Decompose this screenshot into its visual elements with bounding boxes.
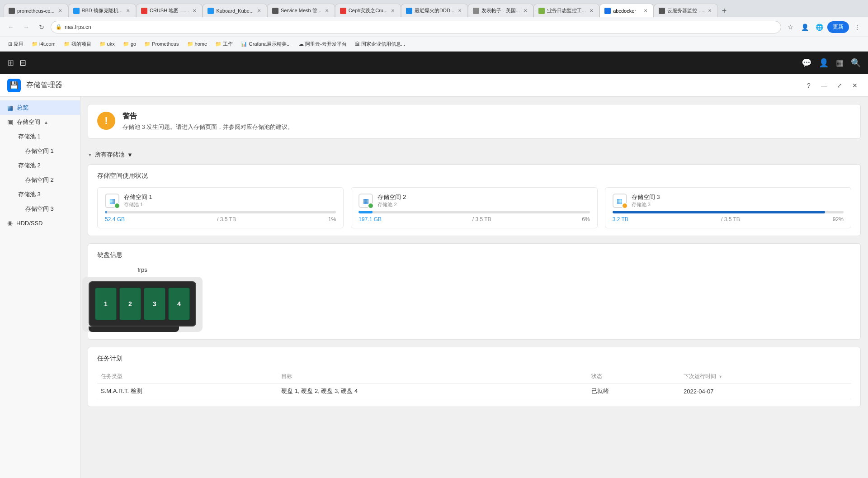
- tab-4[interactable]: Kuboard_Kube... ✕: [203, 4, 267, 17]
- tab-close-8[interactable]: ✕: [522, 8, 528, 14]
- new-tab-button[interactable]: +: [718, 5, 731, 17]
- bookmark-credit[interactable]: 🏛 国家企业信用信息...: [351, 39, 409, 49]
- disk-slot-1[interactable]: 1: [95, 288, 117, 320]
- sidebar-item-space2[interactable]: 存储空间 2: [0, 173, 80, 187]
- progress-bar-2: [359, 211, 590, 213]
- bookmark-home[interactable]: 📁 home: [184, 40, 211, 48]
- alert-message: 存储池 3 发生问题。请进入存储页面，并参阅对应存储池的建议。: [123, 123, 293, 131]
- tab-5[interactable]: Service Mesh 管... ✕: [267, 4, 335, 17]
- tab-close-5[interactable]: ✕: [324, 8, 330, 14]
- task-target-cell: 硬盘 1, 硬盘 2, 硬盘 3, 硬盘 4: [278, 383, 588, 399]
- storage-item-2[interactable]: ▦ 存储空间 2 存储池 2: [351, 187, 597, 228]
- storage-total-2: / 3.5 TB: [472, 216, 491, 222]
- tab-close-1[interactable]: ✕: [57, 8, 63, 14]
- menu-button[interactable]: ⋮: [851, 21, 863, 33]
- sidebar-section-storage[interactable]: ▣ 存储空间 ▲: [0, 115, 80, 129]
- tab-10[interactable]: abcdocker ✕: [599, 4, 654, 17]
- tab-close-10[interactable]: ✕: [642, 8, 649, 14]
- apps-icon[interactable]: ⊟: [19, 58, 26, 68]
- storage-item-1[interactable]: ▦ 存储空间 1 存储池 1: [97, 187, 344, 228]
- bookmark-button[interactable]: ☆: [784, 21, 797, 33]
- sidebar-item-overview[interactable]: ▦ 总览: [0, 100, 80, 115]
- bookmark-go[interactable]: 📁 go: [119, 40, 140, 48]
- sidebar-section-storage-label: 存储空间: [17, 118, 40, 126]
- tab-8[interactable]: 发表帖子 - 美国... ✕: [468, 4, 533, 17]
- tab-close-11[interactable]: ✕: [707, 8, 713, 14]
- tab-1[interactable]: prometheus-co... ✕: [4, 4, 68, 17]
- sidebar-item-pool2[interactable]: 存储池 2: [0, 158, 80, 173]
- storage-used-2: 197.1 GB: [359, 216, 382, 222]
- bookmark-label-i4t: 📁 i4t.com: [32, 41, 56, 47]
- storage-name-1: 存储空间 1: [124, 193, 152, 201]
- bookmark-projects[interactable]: 📁 我的项目: [60, 39, 95, 49]
- table-row[interactable]: S.M.A.R.T. 检测 硬盘 1, 硬盘 2, 硬盘 3, 硬盘 4 已就绪…: [97, 383, 851, 399]
- close-button[interactable]: ✕: [849, 80, 861, 91]
- reload-button[interactable]: ↻: [35, 21, 48, 33]
- update-button[interactable]: 更新: [827, 21, 849, 33]
- account-button[interactable]: 👤: [798, 21, 811, 33]
- disk-slot-3[interactable]: 3: [144, 288, 165, 320]
- tab-close-4[interactable]: ✕: [256, 8, 262, 14]
- help-button[interactable]: ?: [803, 80, 815, 91]
- task-col-next-run[interactable]: 下次运行时间 ▼: [680, 370, 851, 383]
- storage-item-3[interactable]: ▦ 存储空间 3 存储池 3: [605, 187, 851, 228]
- storage-items-list: ▦ 存储空间 1 存储池 1: [97, 187, 851, 228]
- sidebar-pool2-label: 存储池 2: [18, 161, 41, 170]
- tab-close-7[interactable]: ✕: [457, 8, 463, 14]
- tab-3[interactable]: CRUSH 地图 —... ✕: [136, 4, 203, 17]
- back-button[interactable]: ←: [5, 21, 17, 33]
- sidebar-item-hdd-ssd[interactable]: ◉ HDD/SSD: [0, 216, 80, 230]
- storage-item-2-header: ▦ 存储空间 2 存储池 2: [359, 193, 590, 208]
- bookmark-prometheus[interactable]: 📁 Prometheus: [141, 40, 182, 48]
- bookmark-apps[interactable]: ⊞ 应用: [5, 39, 27, 49]
- bookmark-ukx[interactable]: 📁 ukx: [96, 40, 118, 48]
- sidebar-item-pool3[interactable]: 存储池 3: [0, 187, 80, 202]
- sidebar-item-space1[interactable]: 存储空间 1: [0, 144, 80, 158]
- tab-title-9: 业务日志监控工...: [547, 7, 586, 14]
- search-icon[interactable]: 🔍: [851, 58, 861, 68]
- bookmark-label-go: 📁 go: [123, 41, 136, 47]
- grid-icon[interactable]: ⊞: [7, 58, 14, 68]
- sidebar-item-overview-label: 总览: [17, 104, 28, 112]
- storage-stats-2: 197.1 GB / 3.5 TB 6%: [359, 216, 590, 222]
- disk-slot-2[interactable]: 2: [119, 288, 141, 320]
- tab-9[interactable]: 业务日志监控工... ✕: [533, 4, 599, 17]
- bookmark-work[interactable]: 📁 工作: [212, 39, 236, 49]
- sidebar-item-space3[interactable]: 存储空间 3: [0, 202, 80, 216]
- tab-close-6[interactable]: ✕: [390, 8, 396, 14]
- message-icon[interactable]: 💬: [802, 58, 811, 68]
- tab-2[interactable]: RBD 镜像克隆机... ✕: [68, 4, 136, 17]
- task-card: 任务计划 任务类型 目标: [88, 347, 861, 407]
- tab-favicon-3: [141, 8, 147, 14]
- tab-6[interactable]: Ceph实践之Cru... ✕: [335, 4, 401, 17]
- bookmark-aliyun[interactable]: ☁ 阿里云-云开发平台: [295, 39, 350, 49]
- address-bar[interactable]: 🔒 nas.frps.cn: [51, 21, 781, 33]
- alert-content: 警告 存储池 3 发生问题。请进入存储页面，并参阅对应存储池的建议。: [123, 112, 293, 131]
- sidebar-item-pool1[interactable]: 存储池 1: [0, 129, 80, 144]
- sidebar-space3-label: 存储空间 3: [25, 205, 54, 213]
- storage-pool-2: 存储池 2: [377, 201, 406, 208]
- tab-close-9[interactable]: ✕: [588, 8, 594, 14]
- bookmark-grafana[interactable]: 📊 Grafana展示精美...: [237, 39, 294, 49]
- disk-info-card: 硬盘信息 frps 1 2 3 4: [88, 243, 861, 340]
- storage-icon-1: ▦: [109, 197, 115, 204]
- user-icon[interactable]: 👤: [819, 58, 829, 68]
- translate-button[interactable]: 🌐: [813, 21, 826, 33]
- section-dropdown-arrow[interactable]: ▼: [127, 151, 133, 158]
- minimize-button[interactable]: —: [818, 80, 830, 91]
- grid-view-icon[interactable]: ▦: [836, 58, 844, 68]
- storage-usage-card: 存储空间使用状况 ▦ 存储空间 1: [88, 164, 861, 236]
- tab-close-3[interactable]: ✕: [191, 8, 198, 14]
- maximize-button[interactable]: ⤢: [834, 80, 845, 91]
- forward-button[interactable]: →: [20, 21, 33, 33]
- task-nextrun-cell: 2022-04-07: [680, 383, 851, 399]
- bookmark-i4t[interactable]: 📁 i4t.com: [28, 40, 59, 48]
- tab-7[interactable]: 最近爆火的DDD... ✕: [401, 4, 468, 17]
- tab-11[interactable]: 云服务器监控 -... ✕: [654, 4, 718, 17]
- bookmark-label-home: 📁 home: [187, 41, 208, 47]
- disk-server: frps 1 2 3 4: [97, 266, 188, 332]
- content-area: ! 警告 存储池 3 发生问题。请进入存储页面，并参阅对应存储池的建议。 ▼ 所…: [80, 97, 868, 478]
- storage-item-3-header: ▦ 存储空间 3 存储池 3: [613, 193, 844, 208]
- disk-slot-4[interactable]: 4: [168, 288, 190, 320]
- tab-close-2[interactable]: ✕: [125, 8, 131, 14]
